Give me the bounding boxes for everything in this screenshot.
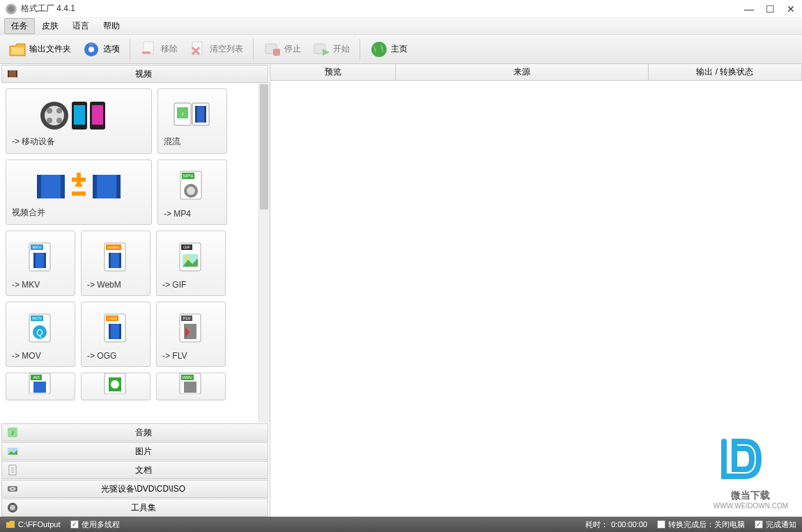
svg-text:AVI: AVI	[33, 375, 40, 380]
gif-icon: GIF	[162, 237, 219, 280]
options-button[interactable]: 选项	[78, 38, 124, 61]
menu-task[interactable]: 任务	[4, 18, 35, 34]
document-icon	[6, 464, 19, 476]
category-rom[interactable]: 光驱设备\DVD\CD\ISO	[1, 480, 268, 498]
tile-mux-label: 混流	[164, 136, 221, 148]
status-multithread[interactable]: ✓ 使用多线程	[70, 519, 120, 530]
svg-point-18	[56, 118, 62, 123]
start-button[interactable]: 开始	[308, 38, 354, 61]
svg-rect-11	[8, 70, 9, 77]
status-output-path[interactable]: C:\FFOutput	[6, 520, 61, 529]
output-folder-button[interactable]: 输出文件夹	[4, 38, 75, 61]
svg-rect-28	[195, 106, 197, 123]
menu-skin[interactable]: 皮肤	[35, 18, 65, 34]
maximize-button[interactable]: ☐	[764, 3, 776, 15]
right-panel: 预览 来源 输出 / 转换状态 微当下载 WWW.WEIDOWN.COM	[270, 64, 802, 517]
separator	[253, 39, 254, 60]
mp4-icon: MP4	[164, 166, 221, 209]
svg-point-99	[10, 509, 12, 511]
svg-point-40	[187, 187, 195, 195]
stop-icon	[263, 40, 282, 58]
tile-mov[interactable]: MOVQ -> MOV	[6, 302, 75, 367]
stop-button[interactable]: 停止	[259, 38, 305, 61]
clear-list-button[interactable]: 清空列表	[185, 38, 247, 61]
svg-rect-35	[116, 175, 121, 198]
separator	[360, 39, 360, 60]
tile-videojoin[interactable]: 视频合并	[6, 159, 152, 225]
minimize-button[interactable]: —	[743, 3, 755, 15]
svg-rect-29	[204, 106, 206, 123]
ogg-icon: OGG	[87, 308, 144, 351]
svg-point-79	[111, 380, 119, 389]
category-image[interactable]: 图片	[1, 442, 268, 460]
film-icon	[6, 68, 19, 80]
tile-avi[interactable]: AVI	[6, 373, 75, 400]
join-icon	[12, 166, 146, 207]
svg-point-98	[14, 505, 16, 507]
svg-text:MP4: MP4	[183, 173, 194, 178]
svg-text:FLV: FLV	[183, 316, 191, 320]
tile-mkv-label: -> MKV	[12, 280, 69, 290]
tile-mid[interactable]	[81, 373, 151, 400]
image-icon	[6, 445, 19, 457]
category-document[interactable]: 文档	[1, 461, 268, 479]
svg-text:MKV: MKV	[32, 245, 41, 249]
reel-icon	[6, 501, 19, 514]
svg-text:♪: ♪	[10, 428, 15, 437]
svg-rect-22	[92, 105, 103, 125]
tile-wmv[interactable]: WMV	[156, 373, 226, 400]
tile-ogg[interactable]: OGG -> OGG	[81, 302, 151, 367]
mid-icon	[87, 373, 144, 394]
home-button[interactable]: 主页	[366, 38, 412, 61]
svg-text:GIF: GIF	[183, 245, 190, 249]
category-document-label: 文档	[23, 464, 263, 476]
remove-button[interactable]: 移除	[136, 38, 182, 61]
home-label: 主页	[391, 43, 408, 55]
category-image-label: 图片	[23, 446, 263, 457]
watermark: 微当下载 WWW.WEIDOWN.COM	[714, 431, 788, 510]
output-folder-label: 输出文件夹	[29, 43, 71, 55]
col-preview[interactable]: 预览	[270, 64, 396, 80]
tile-ogg-label: -> OGG	[87, 351, 144, 361]
tile-mov-label: -> MOV	[12, 351, 69, 361]
menu-language[interactable]: 语言	[65, 18, 96, 34]
svg-rect-32	[61, 175, 65, 198]
start-label: 开始	[333, 43, 350, 55]
category-audio-label: 音频	[23, 427, 263, 439]
tile-flv[interactable]: FLV -> FLV	[156, 302, 226, 367]
tile-webm[interactable]: webm -> WebM	[81, 230, 151, 296]
svg-rect-52	[119, 253, 121, 268]
svg-text:MOV: MOV	[32, 316, 42, 320]
watermark-url: WWW.WEIDOWN.COM	[714, 502, 788, 510]
tile-webm-label: -> WebM	[87, 280, 144, 290]
list-header: 预览 来源 输出 / 转换状态	[270, 64, 802, 81]
status-shutdown[interactable]: 转换完成后：关闭电脑	[657, 519, 745, 530]
mov-icon: MOVQ	[12, 308, 69, 351]
tile-mp4[interactable]: MP4 -> MP4	[157, 159, 227, 225]
mkv-icon: MKV	[12, 237, 69, 280]
category-video[interactable]: 视频	[1, 65, 268, 83]
tile-mkv[interactable]: MKV -> MKV	[6, 230, 75, 296]
menu-help[interactable]: 帮助	[96, 18, 127, 34]
scrollbar-thumb[interactable]	[260, 84, 268, 210]
scrollbar[interactable]	[259, 83, 270, 423]
status-bar: C:\FFOutput ✓ 使用多线程 耗时： 0:00:00:00 转换完成后…	[0, 517, 802, 532]
category-tools[interactable]: 工具集	[1, 499, 268, 517]
close-button[interactable]: ✕	[785, 3, 796, 15]
tile-gif[interactable]: GIF -> GIF	[156, 230, 226, 296]
svg-rect-7	[273, 49, 280, 56]
col-output[interactable]: 输出 / 转换状态	[649, 64, 802, 80]
tile-mobile[interactable]: -> 移动设备	[6, 88, 152, 154]
elapsed-value: 0:00:00:00	[611, 520, 647, 529]
status-notify[interactable]: ✓ 完成通知	[755, 519, 796, 530]
svg-text:WMV: WMV	[183, 375, 193, 380]
svg-point-17	[47, 118, 52, 123]
stop-label: 停止	[284, 43, 301, 55]
category-audio[interactable]: ♪ 音频	[1, 423, 268, 441]
col-source[interactable]: 来源	[396, 64, 649, 80]
disc-icon	[6, 483, 19, 495]
separator	[130, 39, 130, 60]
tile-mux[interactable]: ♪ 混流	[157, 88, 227, 154]
svg-rect-12	[16, 70, 17, 77]
svg-text:Q: Q	[36, 328, 43, 338]
